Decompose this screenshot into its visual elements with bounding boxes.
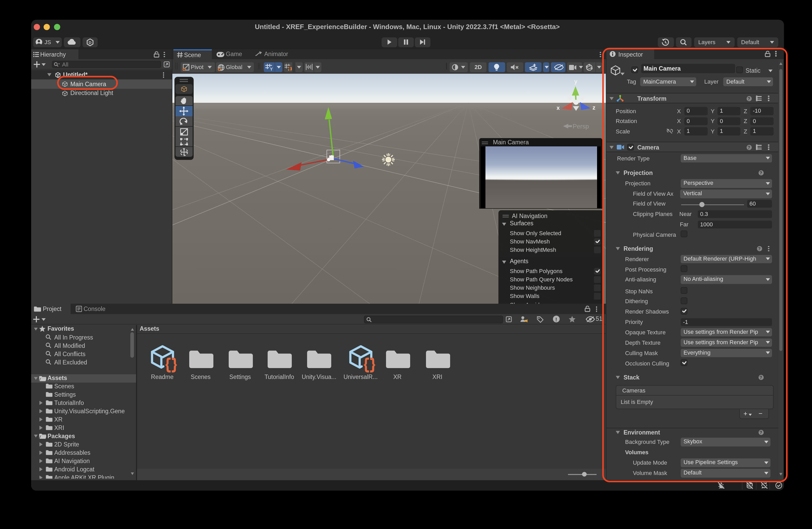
svg-text:D: D	[88, 40, 91, 45]
svg-text:Persp: Persp	[572, 122, 589, 130]
svg-text:y: y	[574, 78, 578, 84]
svg-text:Y: Y	[270, 67, 273, 71]
svg-text:z: z	[593, 104, 595, 111]
svg-text:x: x	[556, 104, 560, 111]
